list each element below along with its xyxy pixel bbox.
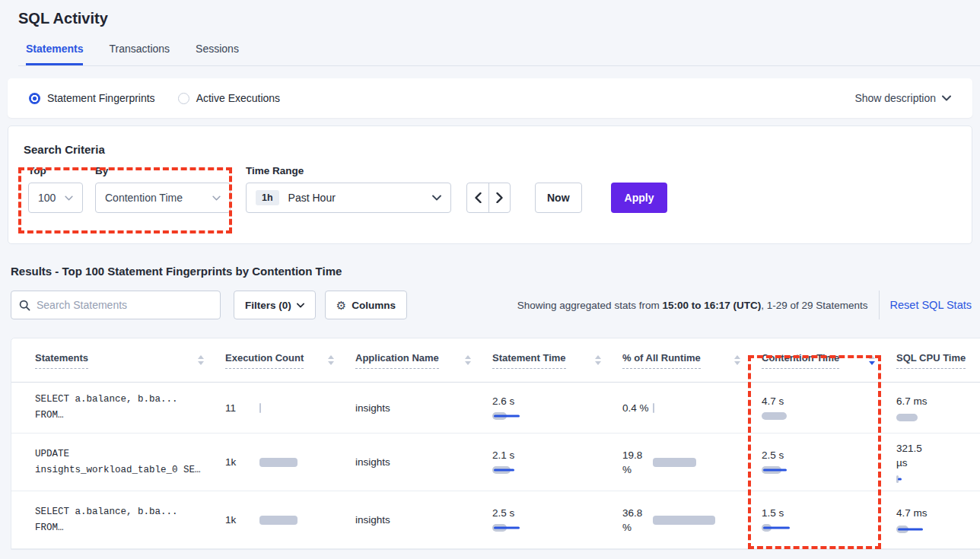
bar-mean xyxy=(259,403,261,413)
radio-active-executions[interactable]: Active Executions xyxy=(178,92,281,104)
now-button[interactable]: Now xyxy=(535,183,582,213)
header-sql-cpu-time: SQL CPU Time xyxy=(896,352,980,369)
columns-label: Columns xyxy=(352,300,396,311)
contention-time-cell: 2.5 s xyxy=(762,449,896,475)
chevron-right-icon xyxy=(496,192,503,203)
bar-chart xyxy=(259,516,298,525)
sort-icon[interactable] xyxy=(198,355,204,365)
contention-time-cell: 1.5 s xyxy=(762,507,896,532)
sort-icon[interactable] xyxy=(465,355,471,365)
filters-button[interactable]: Filters (0) xyxy=(234,291,316,319)
sort-icon[interactable] xyxy=(328,355,334,365)
page-title: SQL Activity xyxy=(18,10,980,27)
tab-sessions[interactable]: Sessions xyxy=(196,43,239,65)
by-field: By Contention Time xyxy=(83,165,231,213)
bar-mean xyxy=(653,516,715,525)
bar-mean xyxy=(259,516,298,525)
header-label[interactable]: Execution Count xyxy=(225,352,304,369)
bar-chart xyxy=(896,525,928,534)
header-label[interactable]: Application Name xyxy=(355,352,439,369)
radio-selected-icon xyxy=(29,93,40,104)
by-select-value: Contention Time xyxy=(105,192,183,204)
bar-dev xyxy=(763,469,787,472)
search-icon xyxy=(19,300,30,311)
columns-button[interactable]: ⚙ Columns xyxy=(325,291,407,319)
bar-chart xyxy=(492,523,514,532)
bar-chart xyxy=(762,411,787,421)
execution-count-cell: 1k xyxy=(225,514,355,526)
sort-icon-active-desc[interactable] xyxy=(869,355,875,365)
header-label[interactable]: SQL CPU Time xyxy=(896,352,966,369)
apply-button[interactable]: Apply xyxy=(611,183,668,213)
tab-transactions[interactable]: Transactions xyxy=(109,43,170,65)
gear-icon: ⚙ xyxy=(336,300,346,311)
chevron-down-icon xyxy=(212,195,221,201)
time-range-select[interactable]: 1h Past Hour xyxy=(246,183,451,213)
top-select[interactable]: 100 xyxy=(28,183,83,213)
runtime-pct-cell: 0.4 % xyxy=(622,401,762,415)
show-description-toggle[interactable]: Show description xyxy=(854,92,951,104)
chevron-down-icon xyxy=(942,95,951,101)
page-header: SQL Activity Statements Transactions Ses… xyxy=(0,0,980,66)
sort-icon[interactable] xyxy=(595,355,601,365)
statement-cell[interactable]: SELECT a.balance, b.ba...FROM… xyxy=(11,392,225,424)
by-select[interactable]: Contention Time xyxy=(95,183,231,213)
table-row[interactable]: SELECT a.balance, b.ba...FROM… 11 insigh… xyxy=(11,383,980,434)
bar-chart xyxy=(492,411,514,421)
application-cell: insights xyxy=(355,402,492,414)
bar-mean xyxy=(653,458,696,467)
search-criteria-card: Search Criteria Top 100 By Contention Ti… xyxy=(8,125,972,244)
next-time-button[interactable] xyxy=(488,183,510,212)
time-range-value: Past Hour xyxy=(288,192,336,204)
bar-mean xyxy=(762,412,787,420)
bar-chart xyxy=(762,523,784,532)
header-label[interactable]: Statements xyxy=(35,352,88,369)
aggregated-stats-text: Showing aggregated stats from 15:00 to 1… xyxy=(517,300,868,311)
header-label[interactable]: Contention Time xyxy=(762,352,839,369)
show-description-label: Show description xyxy=(854,92,936,104)
bar-chart xyxy=(653,403,654,413)
bar-mean xyxy=(259,458,298,467)
table-row[interactable]: SELECT a.balance, b.ba...FROM… 1k insigh… xyxy=(11,491,980,549)
table-row[interactable]: UPDATEinsights_workload_table_0 SE… 1k i… xyxy=(11,434,980,491)
previous-time-button[interactable] xyxy=(467,183,488,212)
bar-mean xyxy=(896,414,918,421)
header-runtime-pct: % of All Runtime xyxy=(622,352,762,369)
header-execution-count: Execution Count xyxy=(225,352,355,369)
results-controls-row: Filters (0) ⚙ Columns Showing aggregated… xyxy=(11,291,972,319)
time-range-badge: 1h xyxy=(256,190,279,205)
bar-dev xyxy=(494,469,514,472)
bar-mean xyxy=(653,403,654,413)
tab-statements[interactable]: Statements xyxy=(26,43,83,65)
header-label[interactable]: % of All Runtime xyxy=(622,352,701,369)
bar-dev xyxy=(494,527,520,529)
runtime-pct-cell: 19.8 % xyxy=(622,448,762,477)
radio-label: Active Executions xyxy=(196,92,281,104)
search-statements-box xyxy=(11,291,221,319)
statement-cell[interactable]: SELECT a.balance, b.ba...FROM… xyxy=(11,504,225,536)
chevron-down-icon xyxy=(432,195,441,201)
time-range-field: Time Range 1h Past Hour xyxy=(246,165,451,213)
divider xyxy=(879,291,880,319)
statement-cell[interactable]: UPDATEinsights_workload_table_0 SE… xyxy=(11,446,225,478)
header-label[interactable]: Statement Time xyxy=(492,352,566,369)
bar-dev xyxy=(898,478,902,480)
runtime-pct-cell: 36.8 % xyxy=(622,506,762,535)
stats-wrap: Showing aggregated stats from 15:00 to 1… xyxy=(517,291,972,319)
radio-statement-fingerprints[interactable]: Statement Fingerprints xyxy=(29,92,155,104)
bar-chart xyxy=(762,465,784,475)
by-label: By xyxy=(95,165,231,176)
execution-count-cell: 1k xyxy=(225,456,355,468)
radio-unselected-icon xyxy=(178,93,189,104)
search-criteria-heading: Search Criteria xyxy=(8,126,972,156)
bar-chart xyxy=(492,465,514,475)
time-range-pager xyxy=(466,183,511,213)
search-criteria-row: Top 100 By Contention Time Time Range 1h… xyxy=(8,165,972,213)
sort-icon[interactable] xyxy=(734,355,740,365)
execution-count-cell: 11 xyxy=(225,402,355,414)
search-statements-input[interactable] xyxy=(37,299,212,311)
radio-label: Statement Fingerprints xyxy=(47,92,155,104)
results-heading: Results - Top 100 Statement Fingerprints… xyxy=(11,265,980,278)
bar-chart xyxy=(896,475,931,484)
reset-sql-stats-link[interactable]: Reset SQL Stats xyxy=(890,299,972,311)
